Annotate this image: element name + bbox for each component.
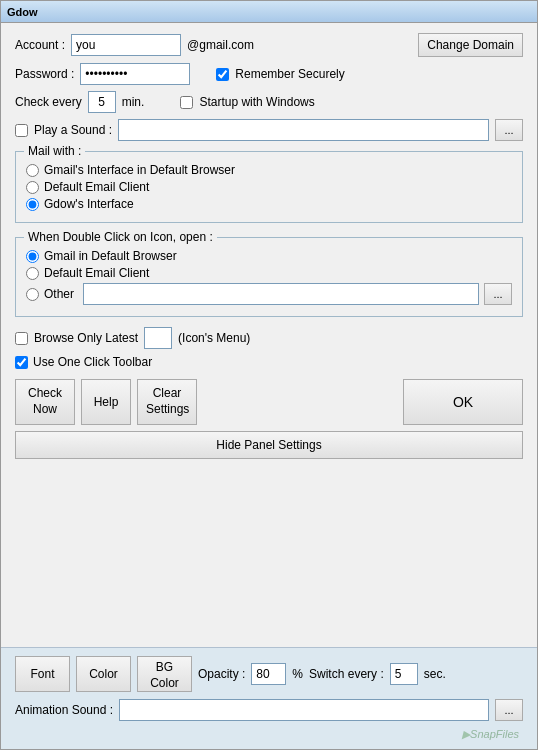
action-buttons-row: CheckNow Help ClearSettings OK xyxy=(15,379,523,425)
remember-label: Remember Securely xyxy=(235,67,344,81)
mail-label-3: Gdow's Interface xyxy=(44,197,134,211)
mail-label-1: Gmail's Interface in Default Browser xyxy=(44,163,235,177)
browse-latest-input[interactable] xyxy=(144,327,172,349)
password-row: Password : Remember Securely xyxy=(15,63,523,85)
other-browse-button[interactable]: ... xyxy=(484,283,512,305)
color-button[interactable]: Color xyxy=(76,656,131,692)
sound-browse-button[interactable]: ... xyxy=(495,119,523,141)
change-domain-button[interactable]: Change Domain xyxy=(418,33,523,57)
dblclick-label-other: Other xyxy=(44,287,74,301)
dblclick-label-1: Gmail in Default Browser xyxy=(44,249,177,263)
snapfiles-watermark: ▶SnapFiles xyxy=(15,728,523,741)
startup-checkbox[interactable] xyxy=(180,96,193,109)
browse-latest-row: Browse Only Latest (Icon's Menu) xyxy=(15,327,523,349)
percent-label: % xyxy=(292,667,303,681)
opacity-input[interactable] xyxy=(251,663,286,685)
browse-latest-label: Browse Only Latest xyxy=(34,331,138,345)
animation-row: Animation Sound : ... xyxy=(15,699,523,721)
one-click-checkbox[interactable] xyxy=(15,356,28,369)
play-sound-label: Play a Sound : xyxy=(34,123,112,137)
dblclick-radio-1: Gmail in Default Browser xyxy=(26,249,512,263)
help-button[interactable]: Help xyxy=(81,379,131,425)
clear-settings-button[interactable]: ClearSettings xyxy=(137,379,197,425)
check-every-input[interactable] xyxy=(88,91,116,113)
check-every-row: Check every min. Startup with Windows xyxy=(15,91,523,113)
account-input[interactable] xyxy=(71,34,181,56)
double-click-group: When Double Click on Icon, open : Gmail … xyxy=(15,237,523,317)
dblclick-label-2: Default Email Client xyxy=(44,266,149,280)
mail-radio-gdow[interactable] xyxy=(26,198,39,211)
hide-panel-button[interactable]: Hide Panel Settings xyxy=(15,431,523,459)
bgcolor-button[interactable]: BGColor xyxy=(137,656,192,692)
sec-label: sec. xyxy=(424,667,446,681)
password-label: Password : xyxy=(15,67,74,81)
mail-label-2: Default Email Client xyxy=(44,180,149,194)
account-label: Account : xyxy=(15,38,65,52)
dblclick-radio-gmail[interactable] xyxy=(26,250,39,263)
mail-radio-1: Gmail's Interface in Default Browser xyxy=(26,163,512,177)
dblclick-radio-email-client[interactable] xyxy=(26,267,39,280)
play-sound-row: Play a Sound : ... xyxy=(15,119,523,141)
main-content: Account : @gmail.com Change Domain Passw… xyxy=(1,23,537,647)
mail-with-group: Mail with : Gmail's Interface in Default… xyxy=(15,151,523,223)
check-every-label-before: Check every xyxy=(15,95,82,109)
play-sound-checkbox[interactable] xyxy=(15,124,28,137)
window-title: Gdow xyxy=(7,6,38,18)
title-bar: Gdow xyxy=(1,1,537,23)
ok-button[interactable]: OK xyxy=(403,379,523,425)
mail-radio-3: Gdow's Interface xyxy=(26,197,512,211)
browse-latest-label-after: (Icon's Menu) xyxy=(178,331,250,345)
sound-path-input[interactable] xyxy=(118,119,489,141)
mail-radio-2: Default Email Client xyxy=(26,180,512,194)
main-window: Gdow Account : @gmail.com Change Domain … xyxy=(0,0,538,750)
bottom-controls-row: Font Color BGColor Opacity : % Switch ev… xyxy=(15,656,523,692)
browse-latest-checkbox[interactable] xyxy=(15,332,28,345)
password-input[interactable] xyxy=(80,63,190,85)
mail-radio-default-client[interactable] xyxy=(26,181,39,194)
startup-label: Startup with Windows xyxy=(199,95,314,109)
one-click-label: Use One Click Toolbar xyxy=(33,355,152,369)
remember-checkbox[interactable] xyxy=(216,68,229,81)
account-row: Account : @gmail.com Change Domain xyxy=(15,33,523,57)
animation-label: Animation Sound : xyxy=(15,703,113,717)
switch-input[interactable] xyxy=(390,663,418,685)
double-click-title: When Double Click on Icon, open : xyxy=(24,230,217,244)
dblclick-radio-other[interactable] xyxy=(26,288,39,301)
dblclick-radio-3: Other ... xyxy=(26,283,512,305)
animation-browse-button[interactable]: ... xyxy=(495,699,523,721)
other-path-input[interactable] xyxy=(83,283,479,305)
mail-radio-gmail-browser[interactable] xyxy=(26,164,39,177)
domain-text: @gmail.com xyxy=(187,38,254,52)
animation-input[interactable] xyxy=(119,699,489,721)
switch-label: Switch every : xyxy=(309,667,384,681)
min-label: min. xyxy=(122,95,145,109)
font-button[interactable]: Font xyxy=(15,656,70,692)
dblclick-radio-2: Default Email Client xyxy=(26,266,512,280)
mail-with-title: Mail with : xyxy=(24,144,85,158)
check-now-button[interactable]: CheckNow xyxy=(15,379,75,425)
bottom-section: Font Color BGColor Opacity : % Switch ev… xyxy=(1,647,537,749)
opacity-label: Opacity : xyxy=(198,667,245,681)
one-click-row: Use One Click Toolbar xyxy=(15,355,523,369)
